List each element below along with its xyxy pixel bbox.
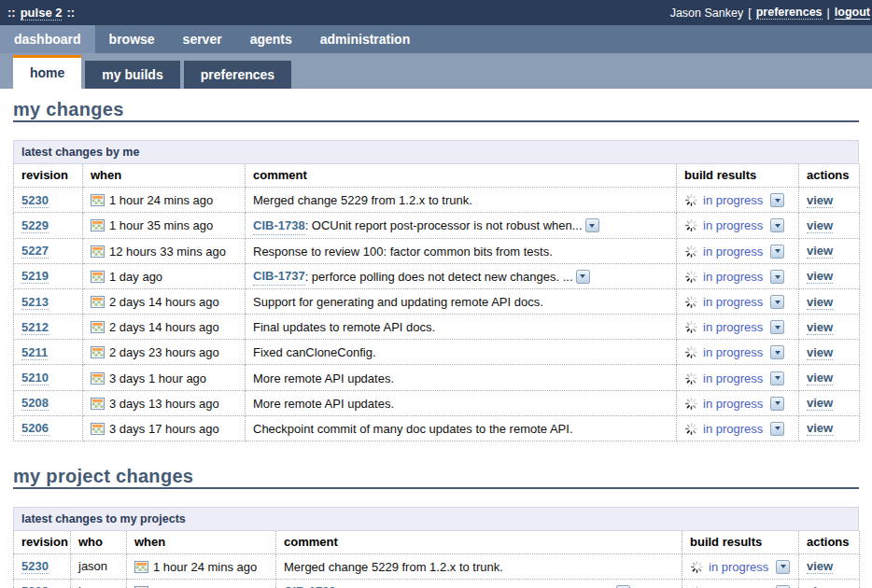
table-row: 52191 day agoCIB-1737: perforce polling … (14, 263, 860, 289)
page-content: my changes latest changes by merevisionw… (0, 99, 872, 588)
build-status-link[interactable]: in progress (703, 217, 763, 234)
comment-value: CIB-1738: OCUnit report post-processor i… (284, 582, 630, 588)
view-link[interactable]: view (807, 295, 833, 310)
table-caption: latest changes by me (13, 140, 859, 164)
build-status-link[interactable]: in progress (709, 558, 768, 576)
nav-item-administration[interactable]: administration (306, 25, 424, 53)
build-status: in progress (684, 217, 784, 234)
revision-link[interactable]: 5230 (21, 193, 49, 208)
revision-link[interactable]: 5206 (21, 421, 49, 436)
revision-link[interactable]: 5213 (21, 295, 49, 310)
issue-link[interactable]: CIB-1738 (253, 217, 305, 235)
table-row: 52112 days 23 hours agoFixed canCloneCon… (14, 340, 860, 365)
when-text: 1 hour 24 mins ago (109, 191, 213, 209)
revision-link[interactable]: 5230 (21, 559, 49, 574)
view-link[interactable]: view (807, 345, 833, 360)
dropdown-button[interactable] (576, 270, 590, 284)
issue-link[interactable]: CIB-1738 (284, 582, 336, 588)
revision-link[interactable]: 5210 (21, 371, 49, 385)
column-header-comment: comment (246, 164, 677, 188)
nav-item-server[interactable]: server (169, 25, 236, 53)
dropdown-button[interactable] (770, 422, 784, 436)
column-header-revision: revision (14, 531, 71, 554)
revision-link[interactable]: 5212 (21, 320, 49, 335)
preferences-link[interactable]: preferences (756, 6, 823, 20)
bracket-open: [ (748, 7, 751, 20)
dropdown-button[interactable] (770, 193, 784, 207)
view-link[interactable]: view (807, 421, 833, 436)
dropdown-button[interactable] (585, 218, 599, 232)
issue-link[interactable]: CIB-1737 (253, 267, 305, 286)
build-status: in progress (684, 343, 784, 361)
view-link[interactable]: view (807, 559, 833, 574)
status-cell: in progress (677, 289, 799, 315)
pulse-home-link[interactable]: pulse 2 (21, 6, 63, 21)
tab-preferences[interactable]: preferences (184, 61, 291, 89)
build-status-link[interactable]: in progress (709, 583, 768, 588)
build-status-link[interactable]: in progress (703, 293, 763, 311)
brand-decoration-left: :: (7, 6, 16, 20)
view-link[interactable]: view (807, 371, 833, 385)
build-status-link[interactable]: in progress (703, 395, 763, 413)
revision-link[interactable]: 5211 (21, 345, 48, 360)
column-header-action: actions (799, 164, 860, 188)
chevron-down-icon (775, 275, 781, 279)
dropdown-button[interactable] (770, 218, 784, 232)
view-link[interactable]: view (807, 244, 833, 259)
build-status-link[interactable]: in progress (703, 370, 763, 387)
view-link[interactable]: view (807, 218, 833, 233)
action-cell: view (799, 579, 860, 588)
view-link[interactable]: view (807, 320, 833, 335)
view-link[interactable]: view (807, 396, 833, 411)
who-name: jason (78, 559, 107, 573)
changes-table: revisionwhencommentbuild resultsactions5… (13, 164, 860, 441)
build-status-link[interactable]: in progress (703, 343, 763, 361)
tab-my-builds[interactable]: my builds (85, 61, 179, 89)
logout-link[interactable]: logout (835, 6, 870, 20)
column-header-revision: revision (14, 164, 83, 188)
nav-item-dashboard[interactable]: dashboard (0, 25, 95, 53)
table-row: 52063 days 17 hours agoCheckpoint commit… (14, 415, 860, 441)
build-status-link[interactable]: in progress (703, 318, 763, 336)
view-link[interactable]: view (807, 269, 833, 284)
revision-link[interactable]: 5219 (21, 269, 49, 284)
revision-link[interactable]: 5229 (21, 218, 49, 233)
status-cell: in progress (677, 188, 799, 213)
view-link[interactable]: view (807, 584, 833, 588)
in-progress-spinner-icon (684, 193, 698, 207)
column-header-comment: comment (276, 531, 682, 554)
revision-link[interactable]: 5208 (21, 396, 49, 411)
dropdown-button[interactable] (770, 245, 784, 259)
revision-link[interactable]: 5229 (21, 584, 49, 588)
chevron-down-icon (775, 427, 781, 430)
dropdown-button[interactable] (770, 295, 784, 309)
build-status-link[interactable]: in progress (703, 191, 763, 209)
view-link[interactable]: view (807, 193, 833, 208)
chevron-down-icon (589, 224, 595, 228)
comment-value: Checkpoint commit of many doc updates to… (253, 420, 573, 438)
section-my-project-changes: my project changes latest changes to my … (13, 466, 859, 588)
dropdown-button[interactable] (770, 345, 784, 359)
tab-home[interactable]: home (13, 55, 81, 89)
nav-item-browse[interactable]: browse (95, 25, 169, 53)
build-status-link[interactable]: in progress (703, 420, 763, 438)
table-row: 52301 hour 24 mins agoMerged change 5229… (14, 188, 860, 213)
in-progress-spinner-icon (684, 295, 698, 309)
changes-table: revisionwhowhencommentbuild resultsactio… (13, 531, 860, 588)
comment-text: : perforce polling does not detect new c… (305, 268, 573, 286)
dropdown-button[interactable] (776, 560, 790, 574)
calendar-icon (91, 218, 105, 232)
when-text: 3 days 1 hour ago (109, 370, 206, 387)
revision-link[interactable]: 5227 (21, 244, 49, 259)
dropdown-button[interactable] (770, 270, 784, 284)
dropdown-button[interactable] (770, 371, 784, 385)
dropdown-button[interactable] (770, 397, 784, 411)
when-value: 2 days 14 hours ago (91, 293, 219, 311)
when-cell: 2 days 23 hours ago (83, 340, 246, 365)
dropdown-button[interactable] (770, 320, 784, 334)
build-status-link[interactable]: in progress (703, 268, 763, 286)
build-status-link[interactable]: in progress (703, 243, 763, 260)
my-project-changes-table: latest changes to my projectsrevisionwho… (13, 507, 859, 588)
revision-cell: 5211 (14, 340, 83, 365)
nav-item-agents[interactable]: agents (236, 25, 306, 53)
